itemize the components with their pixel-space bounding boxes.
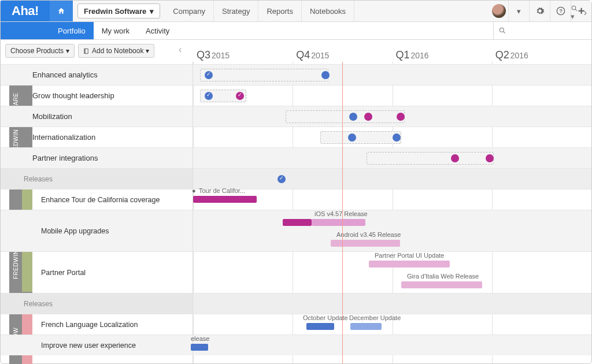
tab-activity[interactable]: Activity	[138, 22, 177, 39]
tab-portfolio[interactable]: Portfolio	[50, 22, 94, 39]
milestone-dot[interactable]	[451, 154, 459, 162]
avatar[interactable]	[492, 4, 506, 18]
bar-label: Tour de Califor...	[199, 187, 245, 194]
quarter-header: Q22016	[492, 47, 591, 62]
logo: Aha!	[1, 1, 50, 21]
nav-company[interactable]: Company	[165, 1, 214, 21]
milestone-dot[interactable]	[393, 133, 401, 142]
releases-row[interactable]: Releases	[1, 168, 193, 189]
milestone-dot[interactable]	[364, 113, 372, 121]
search-icon	[571, 5, 578, 12]
gear-icon	[535, 6, 545, 16]
release-bar[interactable]	[193, 196, 257, 203]
today-line	[342, 62, 343, 363]
nav-notebooks[interactable]: Notebooks	[302, 1, 354, 21]
choose-products-button[interactable]: Choose Products▾	[5, 44, 75, 58]
goal-row[interactable]: Enhanced analytics	[1, 64, 193, 85]
release-bar[interactable]	[191, 344, 208, 351]
caret-down-icon: ▾	[150, 7, 154, 16]
initiative-row[interactable]: Mobile App upgrades	[1, 210, 193, 251]
timeline-row	[193, 106, 591, 127]
bar-label: Android v3.45 Release	[336, 231, 401, 238]
milestone-dot[interactable]	[321, 71, 330, 79]
milestone-dot[interactable]	[348, 133, 356, 142]
quarter-header: Q42015	[293, 47, 392, 62]
milestone-dot[interactable]	[205, 71, 213, 79]
goal-span[interactable]	[367, 152, 494, 165]
goal-row[interactable]: Grow thought leadership	[1, 85, 193, 106]
help-button[interactable]: ?	[550, 1, 571, 21]
goal-span[interactable]	[286, 110, 405, 123]
goal-span[interactable]	[320, 131, 401, 144]
milestone-dot[interactable]	[236, 92, 244, 100]
row-labels: FREDWIN SOFTWARE FREDWIN CYCLING FREDW E…	[1, 62, 193, 363]
timeline-next[interactable]: ›	[584, 8, 587, 18]
bar-label: iOS v4.57 Release	[314, 210, 368, 217]
timeline-row	[193, 85, 591, 106]
goal-row[interactable]: Partner integrations	[1, 147, 193, 168]
goal-row[interactable]: Internationalization	[1, 127, 193, 147]
milestone-dot[interactable]	[486, 154, 494, 162]
timeline-prev[interactable]: ‹	[179, 44, 182, 55]
initiative-row[interactable]: French Language Localization	[1, 314, 193, 335]
search-icon	[498, 27, 506, 35]
secondary-nav: Portfolio My work Activity	[1, 22, 591, 40]
initiative-row[interactable]: Partner Portal	[1, 251, 193, 293]
bar-label: elease	[191, 335, 209, 342]
quarter-header: Q12016	[393, 47, 492, 62]
release-bar[interactable]	[312, 219, 365, 226]
settings-button[interactable]	[529, 1, 550, 21]
release-bar[interactable]	[401, 281, 482, 288]
goal-span[interactable]	[200, 69, 328, 81]
caret-down-icon: ▾	[146, 47, 149, 55]
bar-label: Partner Portal UI Update	[375, 252, 444, 259]
release-bar[interactable]	[331, 240, 400, 247]
timeline-controls: ▾ ›	[571, 5, 587, 21]
timeline-row: Partner Portal UI Update Gira d'Italia W…	[193, 251, 591, 293]
nav-reports[interactable]: Reports	[258, 1, 302, 21]
quarter-header: Q32015	[193, 47, 293, 62]
initiative-row[interactable]: Improve new user experience	[1, 335, 193, 355]
workspace-name: Fredwin Software	[84, 7, 146, 16]
milestone-dot[interactable]	[205, 92, 213, 100]
timeline-row	[193, 293, 591, 314]
user-menu-caret[interactable]: ▾	[508, 1, 529, 21]
timeline: Q32015 Q42015 Q12016 Q22016	[193, 62, 591, 363]
release-bar[interactable]	[283, 219, 312, 226]
svg-point-2	[500, 28, 504, 32]
timeline-row	[193, 147, 591, 168]
timeline-row: October Update December Update	[193, 314, 591, 335]
svg-line-5	[575, 9, 577, 11]
zoom-button[interactable]: ▾	[571, 5, 578, 21]
release-marker[interactable]	[278, 175, 286, 183]
timeline-row: elease	[193, 335, 591, 355]
timeline-row	[193, 127, 591, 147]
release-bar[interactable]	[306, 323, 334, 330]
bar-label: October Update	[303, 314, 348, 321]
goal-row[interactable]: Mobilization	[1, 106, 193, 127]
timeline-row: iOS v4.57 Release Android v3.45 Release	[193, 210, 591, 251]
caret-down-icon: ▾	[66, 47, 69, 55]
workspace-picker[interactable]: Fredwin Software ▾	[77, 3, 160, 18]
tab-my-work[interactable]: My work	[94, 22, 138, 39]
nav-strategy[interactable]: Strategy	[214, 1, 258, 21]
search-input[interactable]	[493, 22, 591, 39]
add-to-notebook-button[interactable]: Add to Notebook▾	[78, 44, 154, 58]
bar-label: Gira d'Italia Web Release	[407, 273, 479, 280]
help-icon: ?	[556, 6, 565, 16]
release-bar[interactable]	[350, 323, 382, 330]
home-button[interactable]	[50, 1, 73, 21]
milestone-dot[interactable]	[349, 113, 357, 121]
milestone-dot[interactable]	[397, 113, 405, 121]
releases-row[interactable]: Releases	[1, 293, 193, 314]
bar-label: December Update	[349, 314, 401, 321]
svg-text:?: ?	[559, 8, 563, 14]
topbar: Aha! Fredwin Software ▾ Company Strategy…	[1, 1, 591, 22]
timeline-row: ● Tour de Califor...	[193, 189, 591, 210]
notebook-icon	[83, 48, 90, 54]
secondary-spacer	[1, 22, 50, 39]
release-bar[interactable]	[369, 261, 450, 268]
timeline-row	[193, 168, 591, 189]
initiative-row[interactable]: Enhance Tour de California coverage	[1, 189, 193, 210]
svg-line-3	[504, 32, 505, 34]
